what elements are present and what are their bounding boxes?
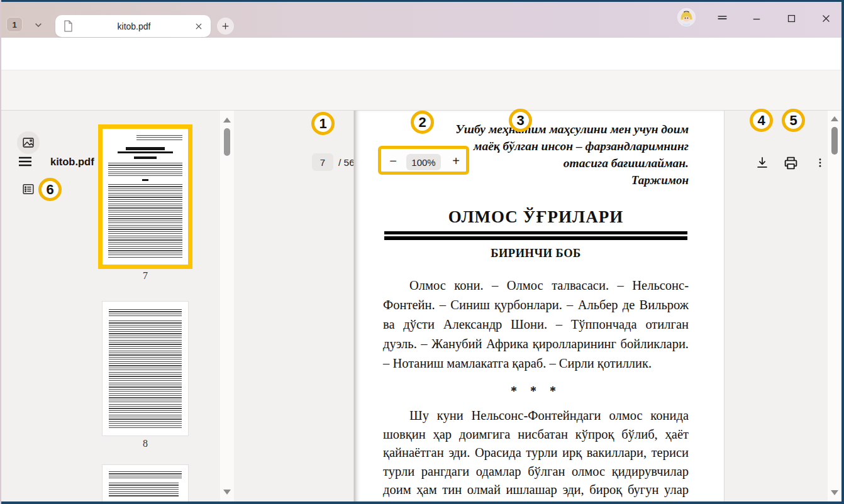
title-rule: [384, 231, 687, 240]
callout-1-page-number: 1: [311, 112, 335, 135]
pdf-more-options-button[interactable]: [811, 154, 829, 172]
pdf-toolbar: kitob.pdf 7 / 568 − 100% +: [0, 70, 844, 111]
zoom-level-value[interactable]: 100%: [406, 154, 441, 170]
browser-tab[interactable]: kitob.pdf: [55, 15, 211, 37]
pdf-hamburger-icon: [18, 155, 33, 168]
main-scrollbar-track[interactable]: [828, 111, 841, 501]
main-scrollbar-up-arrow[interactable]: [831, 116, 838, 121]
thumbnail-scrollbar-thumb[interactable]: [224, 128, 230, 156]
outline-view-button[interactable]: [17, 178, 40, 200]
window-frame-bottom: [0, 501, 844, 504]
titlebar: 1 kitob.pdf: [0, 2, 844, 38]
maximize-button[interactable]: [784, 11, 799, 26]
minimize-icon: [751, 13, 762, 24]
browser-menu-button[interactable]: [714, 11, 730, 26]
main-scrollbar-down-arrow[interactable]: [831, 490, 838, 495]
pdf-print-button[interactable]: [782, 154, 799, 172]
thumbnail-page-7-preview: [103, 129, 188, 265]
pdf-kebab-icon: [814, 156, 826, 170]
pdf-download-icon: [755, 155, 769, 170]
address-bar-row: Я file:///C:/1/kitob.pdf Chop etish: [0, 38, 844, 70]
zoom-out-button[interactable]: −: [385, 153, 401, 169]
thumbnails-view-button[interactable]: [17, 131, 40, 154]
window-frame-right: [841, 0, 844, 504]
tab-group-chevron-button[interactable]: [30, 18, 47, 33]
section-separator: * * *: [383, 384, 689, 398]
tab-close-button[interactable]: [194, 22, 203, 31]
thumbnail-scrollbar-track[interactable]: [220, 111, 234, 501]
tab-group-badge[interactable]: 1: [6, 17, 23, 32]
thumbnail-label-7: 7: [98, 270, 192, 282]
window-frame-left: [0, 0, 1, 504]
thumbnail-page-8[interactable]: [103, 302, 188, 436]
thumbnail-page-7-selected[interactable]: [98, 124, 192, 269]
hamburger-menu-icon: [716, 13, 728, 25]
callout-4-download: 4: [750, 109, 773, 132]
plus-icon: [221, 21, 230, 31]
callout-2-zoom-controls: 2: [411, 111, 434, 134]
minimize-button[interactable]: [749, 11, 764, 26]
body-paragraph-1: Шу куни Нельсонс-Фонтейндаги олмос конид…: [383, 407, 689, 502]
maximize-icon: [786, 13, 797, 24]
book-title: ОЛМОС ЎҒРИЛАРИ: [383, 207, 689, 227]
thumbnail-label-8: 8: [98, 438, 192, 449]
chapter-heading: БИРИНЧИ БОБ: [383, 247, 689, 260]
thumbnail-page-9[interactable]: [103, 465, 188, 501]
zoom-in-button[interactable]: +: [448, 153, 464, 169]
chapter-synopsis: Олмос кони. – Олмос талвасаси. – Нельсон…: [383, 276, 689, 373]
pdf-sidebar-toggle-button[interactable]: [18, 155, 33, 168]
close-window-button[interactable]: [818, 11, 833, 26]
callout-6-outline: 6: [38, 178, 62, 201]
profile-avatar[interactable]: [678, 9, 695, 26]
main-scrollbar-thumb[interactable]: [831, 127, 838, 155]
close-icon: [821, 13, 831, 24]
pdf-document-title: kitob.pdf: [50, 156, 94, 168]
window-frame-top: [0, 0, 844, 2]
pdf-file-icon: [63, 20, 74, 32]
thumbnail-scrollbar-down-arrow[interactable]: [223, 490, 231, 495]
new-tab-button[interactable]: [217, 18, 234, 35]
pdf-download-button[interactable]: [753, 154, 771, 172]
callout-5-print: 5: [782, 109, 805, 132]
pdf-printer-icon: [783, 155, 799, 171]
callout-3-view-tools: 3: [509, 109, 532, 132]
page-number-input[interactable]: 7: [312, 153, 333, 171]
dedication-signature: Таржимон: [383, 173, 689, 187]
outline-list-icon: [21, 182, 35, 196]
browser-window: 1 kitob.pdf: [0, 0, 844, 504]
chevron-down-icon: [33, 20, 43, 30]
thumbnail-scrollbar-up-arrow[interactable]: [223, 118, 231, 123]
tab-title: kitob.pdf: [74, 21, 194, 31]
image-thumbnails-icon: [21, 136, 35, 150]
